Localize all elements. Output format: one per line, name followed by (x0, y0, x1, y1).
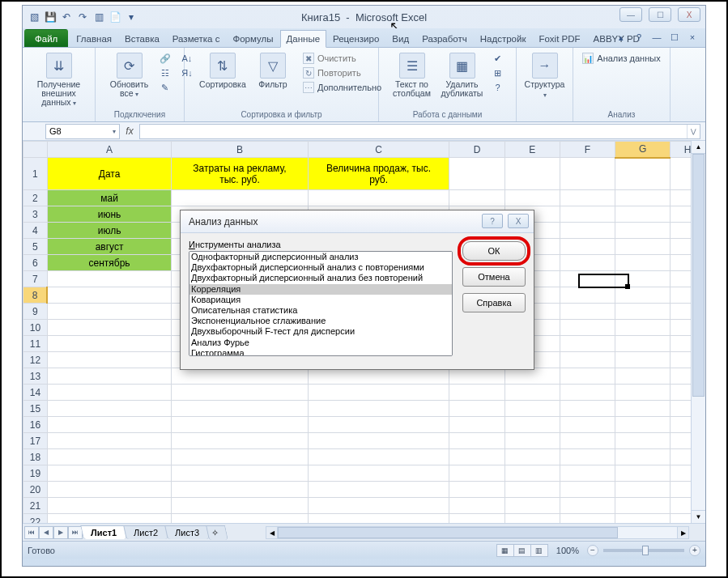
view-normal-icon[interactable]: ▦ (496, 544, 514, 557)
row-header-11[interactable]: 11 (23, 336, 48, 352)
select-all-corner[interactable] (23, 142, 48, 158)
tab-developer[interactable]: Разработч (415, 29, 474, 47)
analysis-tool-option[interactable]: Анализ Фурье (189, 338, 452, 348)
help-icon[interactable]: ? (632, 31, 645, 44)
undo-icon[interactable]: ↶ (60, 11, 73, 23)
col-header-A[interactable]: A (47, 142, 171, 158)
analysis-tool-option[interactable]: Двухфакторный дисперсионный анализ с пов… (189, 262, 452, 273)
analysis-tool-option[interactable]: Двухфакторный дисперсионный анализ без п… (189, 273, 452, 283)
ribbon-minimize-icon[interactable]: ▴ (615, 31, 628, 44)
row-header-17[interactable]: 17 (23, 433, 48, 449)
name-box[interactable]: G8 ▾ (45, 124, 120, 139)
tab-file[interactable]: Файл (24, 29, 68, 47)
row-header-7[interactable]: 7 (23, 271, 48, 287)
row-header-5[interactable]: 5 (23, 239, 48, 255)
tab-home[interactable]: Главная (70, 29, 118, 47)
formula-expand-icon[interactable]: ⋁ (687, 125, 700, 138)
cell-A5[interactable]: август (47, 239, 171, 255)
tab-formulas[interactable]: Формулы (226, 29, 279, 47)
tab-view[interactable]: Вид (385, 29, 415, 47)
open-icon[interactable]: 📄 (109, 11, 121, 23)
view-pagebreak-icon[interactable]: ▥ (530, 544, 548, 557)
col-header-C[interactable]: C (308, 142, 449, 158)
outline-button[interactable]: → Структура (522, 51, 568, 101)
row-header-8[interactable]: 8 (23, 287, 48, 304)
maximize-button[interactable]: ☐ (649, 7, 671, 22)
row-header-10[interactable]: 10 (23, 320, 48, 336)
workbook-close-icon[interactable]: × (686, 31, 699, 44)
vertical-scrollbar[interactable]: ▲ ▼ (691, 141, 705, 523)
tab-data[interactable]: Данные (280, 30, 327, 48)
tab-layout[interactable]: Разметка с (166, 29, 227, 47)
sheet-tab-new[interactable]: ✧ (206, 525, 228, 540)
remove-duplicates-button[interactable]: ▦ Удалить дубликаты (439, 51, 486, 100)
sheet-nav-next-icon[interactable]: ▶ (53, 526, 68, 539)
tab-addins[interactable]: Надстройк (474, 29, 533, 47)
tab-foxit[interactable]: Foxit PDF (532, 29, 586, 47)
qat-dropdown-icon[interactable]: ▾ (125, 11, 138, 23)
cell-C1[interactable]: Величина продаж, тыс. руб. (308, 158, 449, 190)
row-header-22[interactable]: 22 (23, 514, 48, 524)
sheet-nav-first-icon[interactable]: ⏮ (24, 526, 39, 539)
zoom-knob[interactable] (642, 546, 649, 555)
help-button[interactable]: Справка (462, 293, 526, 312)
row-header-21[interactable]: 21 (23, 498, 48, 514)
cell-B1[interactable]: Затраты на рекламу, тыс. руб. (172, 158, 308, 190)
row-header-14[interactable]: 14 (23, 385, 48, 401)
edit-links-icon[interactable]: ✎ (156, 80, 174, 95)
reapply-filter-button[interactable]: ↻Повторить (300, 66, 385, 80)
zoom-slider[interactable] (603, 549, 684, 552)
formula-input[interactable]: ⋁ (139, 124, 700, 139)
scroll-down-icon[interactable]: ▼ (692, 510, 705, 523)
col-header-G[interactable]: G (615, 142, 671, 158)
hscroll-left-icon[interactable]: ◀ (266, 527, 278, 538)
scroll-thumb[interactable] (692, 154, 705, 397)
col-header-E[interactable]: E (504, 142, 560, 158)
cell-G8[interactable] (615, 287, 671, 304)
sheet-tab-1[interactable]: Лист1 (80, 525, 127, 539)
cell-A2[interactable]: май (47, 190, 171, 206)
clear-filter-button[interactable]: ✖Очистить (300, 51, 385, 66)
zoom-in-button[interactable]: + (689, 545, 700, 556)
name-box-dropdown-icon[interactable]: ▾ (113, 128, 116, 135)
sort-button[interactable]: ⇅ Сортировка (199, 51, 246, 91)
tab-insert[interactable]: Вставка (118, 29, 166, 47)
workbook-min-icon[interactable]: — (650, 31, 663, 44)
col-header-D[interactable]: D (449, 142, 504, 158)
row-header-19[interactable]: 19 (23, 465, 48, 482)
analysis-tools-list[interactable]: Однофакторный дисперсионный анализДвухфа… (189, 251, 453, 356)
analysis-tool-option[interactable]: Ковариация (189, 295, 452, 305)
advanced-filter-button[interactable]: ⋯Дополнительно (300, 80, 385, 95)
row-header-3[interactable]: 3 (23, 206, 48, 223)
row-header-6[interactable]: 6 (23, 255, 48, 271)
filter-button[interactable]: ▽ Фильтр (249, 51, 296, 91)
row-header-20[interactable]: 20 (23, 482, 48, 498)
get-external-data-button[interactable]: ⇊ Получение внешних данных (36, 51, 83, 109)
sheet-tab-3[interactable]: Лист3 (164, 525, 210, 539)
minimize-button[interactable]: — (619, 7, 642, 22)
row-header-13[interactable]: 13 (23, 368, 48, 385)
ok-button[interactable]: ОК (462, 241, 526, 261)
col-header-F[interactable]: F (560, 142, 615, 158)
cancel-button[interactable]: Отмена (462, 267, 526, 287)
analysis-tool-option[interactable]: Экспоненциальное сглаживание (189, 316, 452, 326)
analysis-tool-option[interactable]: Однофакторный дисперсионный анализ (189, 252, 452, 262)
col-header-B[interactable]: B (172, 142, 308, 158)
hscroll-right-icon[interactable]: ▶ (677, 527, 688, 538)
sort-asc-icon[interactable]: A↓ (178, 51, 196, 66)
text-to-columns-button[interactable]: ☰ Текст по столбцам (389, 51, 436, 100)
sort-desc-icon[interactable]: Я↓ (178, 66, 196, 80)
tab-review[interactable]: Рецензиро (326, 29, 385, 47)
view-layout-icon[interactable]: ▤ (513, 544, 531, 557)
row-header-18[interactable]: 18 (23, 449, 48, 465)
analysis-tool-option[interactable]: Гистограмма (189, 348, 452, 356)
analysis-tool-option[interactable]: Описательная статистика (189, 305, 452, 316)
analysis-tool-option[interactable]: Двухвыборочный F-тест для дисперсии (189, 326, 452, 337)
row-header-1[interactable]: 1 (23, 158, 48, 190)
properties-icon[interactable]: ☷ (156, 66, 174, 80)
scroll-up-icon[interactable]: ▲ (692, 141, 705, 154)
workbook-max-icon[interactable]: ☐ (668, 31, 681, 44)
row-header-9[interactable]: 9 (23, 304, 48, 320)
data-analysis-button[interactable]: 📊 Анализ данных (579, 51, 663, 66)
close-button[interactable]: X (678, 7, 700, 22)
